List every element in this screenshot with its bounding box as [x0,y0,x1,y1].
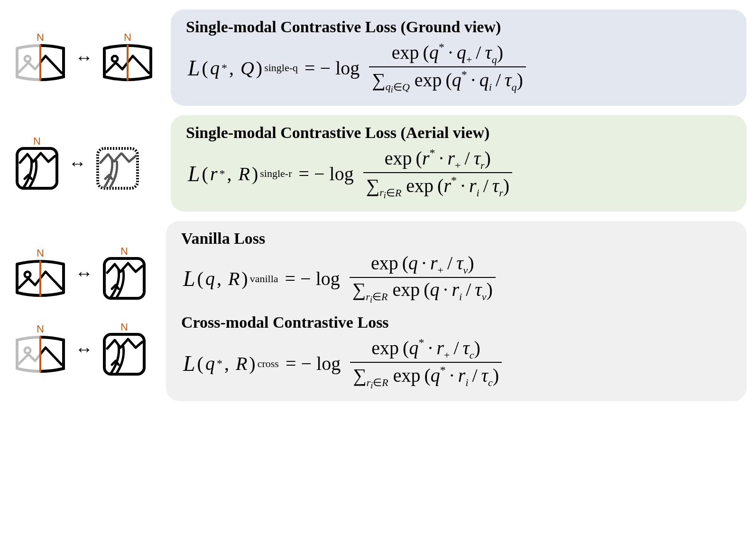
aerial-noisy-icon [95,146,140,191]
north-label: N [37,323,44,334]
north-label: N [33,135,41,147]
pano-cropped-icon [14,333,66,375]
title-aerial: Single-modal Contrastive Loss (Aerial vi… [186,124,733,142]
row-cross: N ↔ N [9,221,747,401]
bidir-arrow-icon: ↔ [75,264,93,282]
pano-full-icon [101,42,154,83]
aerial-icon [101,256,147,301]
north-label: N [124,31,131,43]
north-label: N [120,245,128,257]
north-label: N [120,321,128,332]
pano-cropped-icon [14,42,66,83]
equation-vanilla: L(q, R)vanilla = − log exp (q · r+ / τv)… [179,252,733,305]
svg-point-7 [25,272,30,277]
north-label: N [37,31,44,43]
aerial-icon [14,146,60,191]
title-vanilla: Vanilla Loss [181,230,733,248]
north-label: N [37,247,44,258]
panel-ground: Single-modal Contrastive Loss (Ground vi… [171,9,747,106]
aerial-icon [101,331,147,377]
row-aerial: N ↔ N [9,115,747,212]
pano-full-icon [14,258,66,299]
bidir-arrow-icon: ↔ [75,48,93,66]
icons-ground: N ↔ N [9,31,171,83]
bidir-arrow-icon: ↔ [68,154,86,172]
svg-point-0 [25,56,30,62]
svg-point-3 [112,56,118,62]
svg-point-10 [25,348,30,353]
icons-vanilla: N ↔ N [9,245,166,301]
equation-ground: L(q*, Q)single-q = − log exp (q* · q+ / … [184,41,733,95]
equation-aerial: L(r*, R)single-r = − log exp (r* · r+ / … [184,147,733,201]
icons-cross: N ↔ [9,321,166,377]
panel-aerial: Single-modal Contrastive Loss (Aerial vi… [171,115,747,212]
bidir-arrow-icon: ↔ [75,340,93,358]
panel-cross: Vanilla Loss L(q, R)vanilla = − log exp … [166,221,747,401]
title-ground: Single-modal Contrastive Loss (Ground vi… [186,18,733,36]
title-cross: Cross-modal Contrastive Loss [181,313,733,331]
equation-cross: L(q*, R)cross = − log exp (q* · r+ / τc)… [179,336,733,391]
row-ground: N ↔ N [9,9,747,106]
icons-aerial: N ↔ N [9,135,171,191]
